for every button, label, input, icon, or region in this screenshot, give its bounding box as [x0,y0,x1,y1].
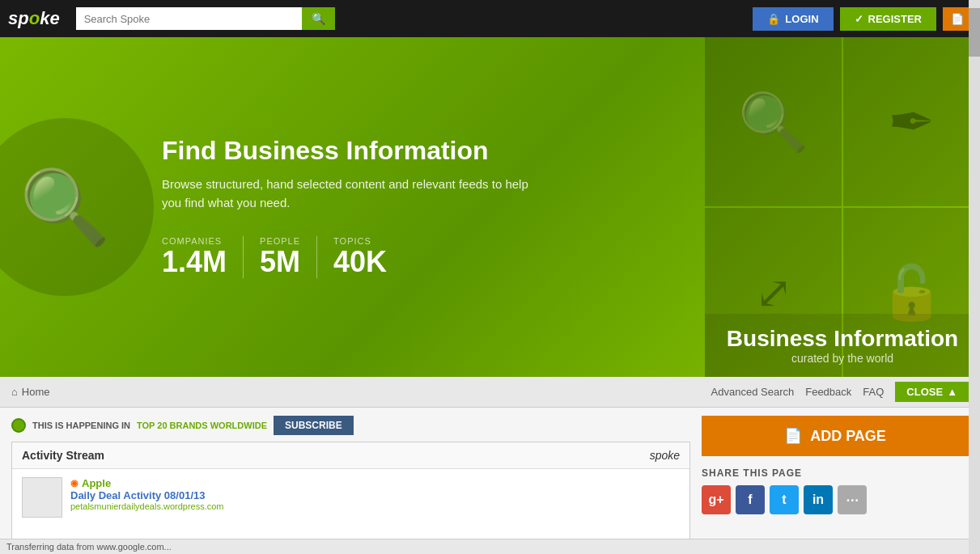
close-label: CLOSE [906,386,943,398]
add-page-label: ADD PAGE [810,428,886,445]
page-scrollbar[interactable] [969,0,980,554]
header-right: 🔒 LOGIN ✓ REGISTER 📄 [753,7,972,31]
activity-url[interactable]: petalsmunierdailydeals.wordpress.com [70,501,224,511]
activity-stream-title: Activity Stream [22,449,104,462]
hero-bottom-bar: Business Information curated by the worl… [705,314,980,377]
hero-title: Find Business Information [162,136,672,166]
activity-item: ◉ Apple Daily Deal Activity 08/01/13 pet… [12,469,689,526]
nav-bar: ⌂ Home Advanced Search Feedback FAQ CLOS… [0,377,980,408]
subscribe-button[interactable]: SUBSCRIBE [274,416,354,435]
share-twitter-button[interactable]: t [770,485,799,514]
share-linkedin-button[interactable]: in [804,485,833,514]
home-label: Home [22,386,50,398]
hero-description: Browse structured, hand selected content… [162,176,550,212]
hero-section: 🔍 Find Business Information Browse struc… [0,37,980,377]
doc-icon: 📄 [951,13,964,25]
add-page-button[interactable]: 📄 ADD PAGE [702,416,969,456]
share-more-button[interactable]: ⋯ [838,485,867,514]
hero-bg-decoration: 🔍 [0,118,154,296]
register-button[interactable]: ✓ REGISTER [840,7,936,31]
hero-bottom-title: Business Information [721,326,964,352]
hero-search-icon: 🔍 [19,171,110,243]
activity-stream-header: Activity Stream spoke [12,442,689,469]
happening-bar: THIS IS HAPPENING IN TOP 20 BRANDS WORLD… [11,416,690,435]
hero-bottom-sub: curated by the world [721,352,964,365]
tile-search-icon: 🔍 [738,89,808,155]
stat-people: PEOPLE 5M [260,236,317,278]
hero-content: Find Business Information Browse structu… [162,136,672,278]
right-content: 📄 ADD PAGE SHARE THIS PAGE g+ f t in ⋯ [702,416,969,551]
activity-stream-box: Activity Stream spoke ◉ Apple Daily Deal… [11,442,690,551]
lock-icon: 🔒 [767,13,780,25]
left-content: THIS IS HAPPENING IN TOP 20 BRANDS WORLD… [11,416,690,551]
main-content: THIS IS HAPPENING IN TOP 20 BRANDS WORLD… [0,408,980,554]
register-label: REGISTER [868,13,922,25]
activity-company: ◉ Apple [70,477,224,489]
tile-pen-icon: ✒ [888,89,935,155]
search-button[interactable]: 🔍 [302,7,335,30]
tile-expand-icon: ⤢ [755,267,792,319]
share-title: SHARE THIS PAGE [702,467,969,479]
stat-companies-value: 1.4M [162,246,227,278]
share-facebook-button[interactable]: f [736,485,765,514]
faq-link[interactable]: FAQ [863,386,884,398]
company-name[interactable]: Apple [82,477,111,489]
happening-prefix: THIS IS HAPPENING IN [32,421,130,430]
green-dot-icon [11,418,26,433]
search-container: 🔍 [76,7,335,30]
doc-button[interactable]: 📄 [943,7,972,31]
hero-stats: COMPANIES 1.4M PEOPLE 5M TOPICS 40K [162,236,672,278]
activity-scroll-area[interactable]: ◉ Apple Daily Deal Activity 08/01/13 pet… [12,469,689,550]
spoke-logo-small: spoke [650,449,680,462]
stat-people-value: 5M [260,246,300,278]
happening-link[interactable]: TOP 20 BRANDS WORLDWIDE [137,421,267,430]
share-section: SHARE THIS PAGE g+ f t in ⋯ [702,467,969,514]
stat-companies: COMPANIES 1.4M [162,236,244,278]
advanced-search-link[interactable]: Advanced Search [711,386,795,398]
home-icon: ⌂ [11,386,18,398]
hero-left: 🔍 Find Business Information Browse struc… [0,37,705,377]
share-googleplus-button[interactable]: g+ [702,485,731,514]
search-input[interactable] [76,7,302,30]
activity-item-content: ◉ Apple Daily Deal Activity 08/01/13 pet… [70,477,224,518]
status-bar: Transferring data from www.google.com... [0,539,980,554]
add-page-icon: 📄 [784,427,802,445]
feedback-link[interactable]: Feedback [805,386,851,398]
login-button[interactable]: 🔒 LOGIN [753,7,833,31]
nav-right: Advanced Search Feedback FAQ CLOSE ▲ [711,382,969,402]
stat-topics-value: 40K [333,246,387,278]
hero-tile-search[interactable]: 🔍 [705,37,842,206]
close-button[interactable]: CLOSE ▲ [895,382,969,402]
search-icon: 🔍 [312,12,325,25]
status-text: Transferring data from www.google.com... [6,542,172,552]
chevron-up-icon: ▲ [947,386,957,398]
scrollbar-thumb[interactable] [969,8,980,57]
activity-deal-title[interactable]: Daily Deal Activity 08/01/13 [70,489,224,501]
activity-thumbnail [22,477,62,518]
login-label: LOGIN [785,13,818,25]
rss-icon: ◉ [70,478,78,488]
nav-home[interactable]: ⌂ Home [11,386,50,398]
logo[interactable]: spoke [8,8,60,29]
header: spoke 🔍 🔒 LOGIN ✓ REGISTER 📄 [0,0,980,37]
stat-topics: TOPICS 40K [333,236,403,278]
check-icon: ✓ [855,13,863,25]
share-icons: g+ f t in ⋯ [702,485,969,514]
hero-tile-pen[interactable]: ✒ [843,37,980,206]
